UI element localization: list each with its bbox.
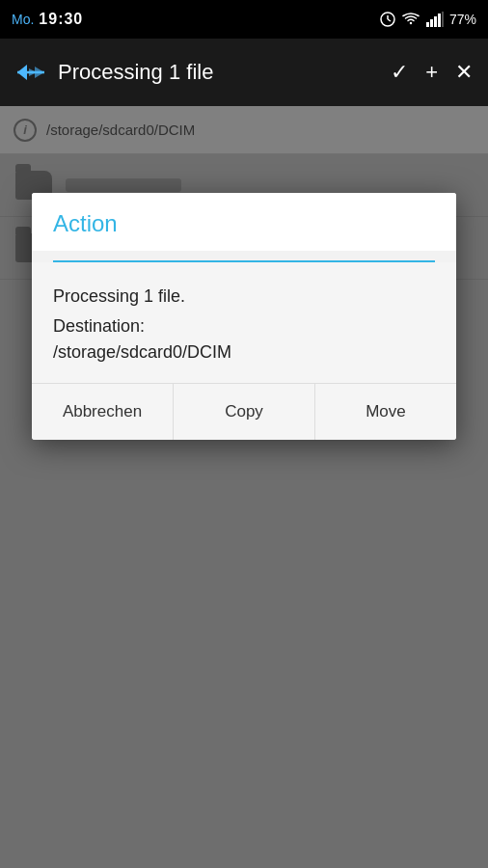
dialog-body: Processing 1 file. Destination: /storage…	[32, 262, 456, 383]
svg-rect-5	[434, 16, 437, 27]
battery-percent: 77%	[449, 12, 476, 27]
status-day: Mo.	[12, 12, 34, 27]
toolbar: Processing 1 file ✓ + ✕	[0, 39, 488, 106]
dialog-destination: Destination: /storage/sdcard0/DCIM	[53, 313, 435, 366]
dialog-message: Processing 1 file.	[53, 284, 435, 310]
toolbar-actions: ✓ + ✕	[391, 60, 473, 85]
close-button[interactable]: ✕	[455, 60, 473, 85]
dialog-buttons: Abbrechen Copy Move	[32, 383, 456, 440]
status-icons: 77%	[380, 12, 476, 27]
dialog-header: Action	[32, 193, 456, 251]
svg-rect-3	[426, 22, 429, 27]
wifi-icon	[401, 12, 420, 27]
cancel-button[interactable]: Abbrechen	[32, 384, 174, 440]
signal-icon	[426, 12, 444, 27]
svg-rect-6	[438, 14, 441, 27]
svg-rect-7	[442, 12, 444, 27]
toolbar-title: Processing 1 file	[58, 60, 379, 85]
svg-line-2	[388, 19, 391, 21]
destination-label: Destination:	[53, 316, 145, 336]
action-dialog: Action Processing 1 file. Destination: /…	[32, 193, 456, 440]
clock-icon	[380, 12, 395, 27]
status-bar: Mo. 19:30 77%	[0, 0, 488, 39]
add-button[interactable]: +	[425, 60, 438, 85]
move-button[interactable]: Move	[315, 384, 456, 440]
status-time: 19:30	[39, 11, 83, 28]
svg-rect-4	[430, 19, 433, 27]
back-button[interactable]	[15, 63, 46, 82]
copy-button[interactable]: Copy	[174, 384, 315, 440]
dialog-title: Action	[53, 210, 435, 237]
check-button[interactable]: ✓	[391, 60, 408, 85]
destination-path: /storage/sdcard0/DCIM	[53, 342, 231, 362]
overlay: Action Processing 1 file. Destination: /…	[0, 106, 488, 868]
